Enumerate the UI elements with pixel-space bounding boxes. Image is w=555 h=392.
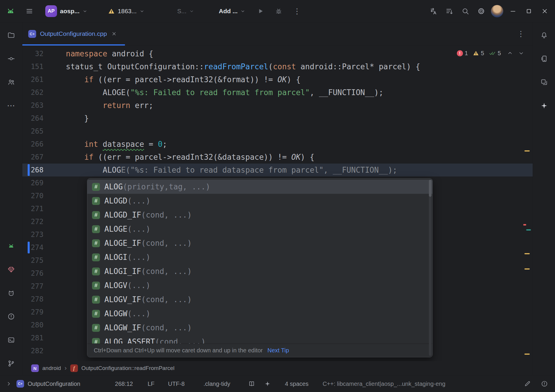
status-file-widget[interactable]: OutputConfiguration — [28, 381, 80, 387]
ai-spark-icon[interactable] — [538, 100, 550, 112]
line-number[interactable]: 32 — [22, 47, 44, 60]
settings-gear-icon[interactable] — [475, 5, 487, 18]
code-line[interactable]: 151status_t OutputConfiguration::readFro… — [22, 60, 533, 73]
more-tool-windows-icon[interactable]: ⋯ — [5, 100, 17, 112]
scroll-marker[interactable] — [524, 354, 530, 355]
line-number[interactable]: 276 — [22, 267, 44, 280]
run-button[interactable] — [255, 5, 266, 18]
commit-icon[interactable] — [5, 53, 17, 65]
code-editor[interactable]: 32namespace android {151status_t OutputC… — [22, 46, 533, 361]
completion-item[interactable]: #ALOGI_IF(cond, ...) — [87, 264, 432, 278]
line-number[interactable]: 261 — [22, 73, 44, 86]
line-number[interactable]: 275 — [22, 254, 44, 267]
code-line[interactable]: 266 int dataspace = 0; — [22, 138, 533, 151]
breadcrumb-function[interactable]: OutputConfiguration::readFromParcel — [81, 365, 175, 371]
next-tip-link[interactable]: Next Tip — [268, 347, 289, 354]
notifications-bell-icon[interactable] — [538, 29, 550, 41]
project-folder-icon[interactable] — [5, 29, 17, 41]
line-number[interactable]: 278 — [22, 293, 44, 306]
code-line[interactable]: 268 ALOGE("%s: Failed to read dataspace … — [22, 164, 533, 176]
code-line[interactable]: 32namespace android { — [22, 47, 533, 60]
line-number[interactable]: 269 — [22, 176, 44, 189]
ai-spark-icon[interactable] — [263, 381, 272, 387]
completion-item[interactable]: #ALOG_ASSERT(cond, ...) — [87, 335, 432, 344]
resource-manager-icon[interactable] — [538, 76, 550, 88]
gem-icon[interactable] — [5, 264, 17, 275]
breadcrumb-namespace[interactable]: android — [42, 365, 61, 371]
line-number[interactable]: 273 — [22, 228, 44, 241]
debug-button[interactable] — [273, 5, 285, 18]
device-manager-icon[interactable] — [538, 53, 550, 65]
close-tab-icon[interactable] — [111, 31, 117, 36]
completion-item[interactable]: #ALOGD(...) — [87, 194, 432, 208]
completion-item[interactable]: #ALOGE_IF(cond, ...) — [87, 236, 432, 250]
project-widget[interactable]: AP aosp... — [42, 5, 90, 18]
maximize-window-icon[interactable] — [523, 5, 535, 18]
completion-item[interactable]: #ALOGD_IF(cond, ...) — [87, 208, 432, 222]
scroll-marker[interactable] — [523, 224, 526, 226]
line-number[interactable]: 281 — [22, 332, 44, 344]
line-number[interactable]: 280 — [22, 319, 44, 332]
filter-sort-icon[interactable] — [443, 5, 456, 18]
completion-item[interactable]: #ALOGV(...) — [87, 278, 432, 292]
vcs-branch-widget[interactable]: 1863... — [105, 5, 147, 18]
completion-item[interactable]: #ALOGE(...) — [87, 222, 432, 236]
reader-mode-icon[interactable] — [247, 380, 256, 387]
line-number[interactable]: 263 — [22, 99, 44, 112]
completion-item[interactable]: #ALOGI(...) — [87, 250, 432, 264]
popup-scrollbar-track[interactable] — [429, 180, 432, 356]
scroll-marker[interactable] — [524, 150, 530, 152]
user-avatar[interactable] — [491, 5, 503, 17]
line-number[interactable]: 265 — [22, 125, 44, 138]
completion-item[interactable]: #ALOGV_IF(cond, ...) — [87, 292, 432, 307]
translate-icon[interactable] — [427, 5, 440, 18]
scroll-marker[interactable] — [524, 268, 530, 270]
line-number[interactable]: 264 — [22, 112, 44, 125]
more-actions-icon[interactable]: ⋮ — [291, 5, 303, 18]
chevron-up-icon[interactable] — [506, 50, 514, 56]
scroll-marker[interactable] — [526, 229, 531, 231]
terminal-icon[interactable] — [5, 334, 17, 346]
code-line[interactable]: 265 — [22, 125, 533, 138]
collaborators-icon[interactable] — [5, 76, 17, 88]
line-number[interactable]: 282 — [22, 344, 44, 357]
line-number[interactable]: 271 — [22, 202, 44, 215]
completion-item[interactable]: #ALOG(priority,tag, ...) — [87, 180, 432, 194]
completion-item[interactable]: #ALOGW(...) — [87, 307, 432, 321]
code-line[interactable]: 267 if ((err = parcel->readInt32(&datasp… — [22, 151, 533, 164]
main-menu-icon[interactable] — [24, 5, 35, 18]
inspections-widget[interactable]: ! 1 5 — [457, 47, 526, 59]
popup-scrollbar-thumb[interactable] — [429, 180, 432, 197]
line-number[interactable]: 272 — [22, 215, 44, 228]
problems-icon[interactable] — [540, 380, 549, 387]
line-number[interactable]: 279 — [22, 306, 44, 319]
cat-icon[interactable] — [5, 287, 17, 299]
search-icon[interactable] — [459, 5, 472, 18]
line-separator-widget[interactable]: LF — [148, 381, 154, 387]
close-window-icon[interactable] — [539, 5, 551, 18]
code-line[interactable]: 262 ALOGE("%s: Failed to read format fro… — [22, 86, 533, 99]
encoding-widget[interactable]: UTF-8 — [168, 381, 185, 387]
line-number[interactable]: 270 — [22, 189, 44, 202]
tab-outputconfiguration-cpp[interactable]: C+ OutputConfiguration.cpp — [22, 22, 125, 46]
code-style-widget[interactable]: .clang-tidy — [203, 381, 230, 387]
code-line[interactable]: 261 if ((err = parcel->readInt32(&format… — [22, 73, 533, 86]
chevron-down-icon[interactable] — [517, 50, 526, 56]
scroll-marker[interactable] — [524, 253, 530, 254]
toolchain-widget[interactable]: C++: libcamera_client|aosp_...unk_stagin… — [322, 381, 445, 387]
minimize-window-icon[interactable] — [507, 5, 519, 18]
run-configuration-widget[interactable]: S... — [174, 5, 197, 18]
caret-position-widget[interactable]: 268:12 — [115, 381, 133, 387]
chevron-right-toggle-icon[interactable] — [6, 381, 12, 387]
line-number[interactable]: 262 — [22, 86, 44, 99]
line-number[interactable]: 268 — [22, 164, 44, 176]
line-number[interactable]: 267 — [22, 151, 44, 164]
git-branch-icon[interactable] — [5, 358, 17, 369]
add-configuration-widget[interactable]: Add ... — [216, 5, 248, 18]
problems-icon[interactable] — [5, 311, 17, 322]
line-number[interactable]: 151 — [22, 60, 44, 73]
line-number[interactable]: 266 — [22, 138, 44, 151]
line-number[interactable]: 274 — [22, 241, 44, 254]
tab-options-icon[interactable]: ⋮ — [516, 30, 526, 38]
line-number[interactable]: 277 — [22, 280, 44, 293]
